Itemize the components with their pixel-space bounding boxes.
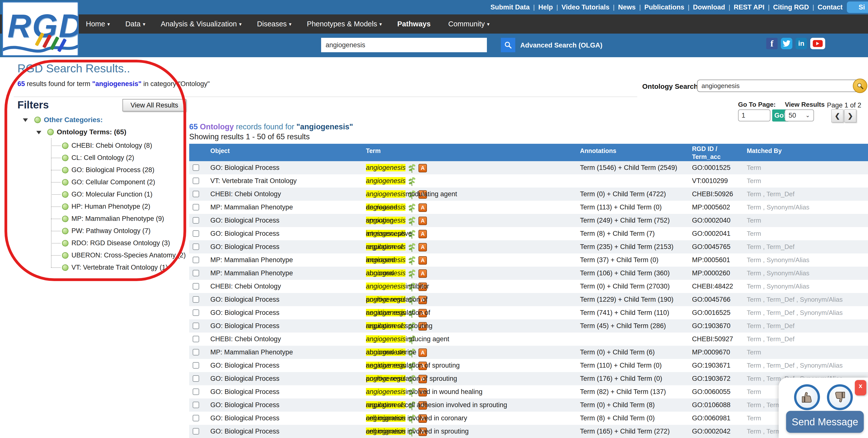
- rgd-id-cell[interactable]: MP:0005601: [692, 254, 730, 267]
- annotations-cell[interactable]: Term (249) + Child Term (752): [580, 214, 670, 227]
- youtube-icon[interactable]: [810, 38, 825, 49]
- annotations-cell[interactable]: Term (176) + Child Term (0): [580, 372, 662, 385]
- row-checkbox[interactable]: [193, 296, 199, 303]
- ontology-browser-icon[interactable]: [407, 242, 416, 252]
- filter-ontology-item[interactable]: CL: Cell Ontology (2): [51, 152, 181, 164]
- rgd-id-cell[interactable]: CHEBI:50927: [692, 333, 733, 346]
- annotations-cell[interactable]: Term (82) + Child Term (137): [580, 385, 666, 399]
- object-cell[interactable]: GO: Biological Process: [210, 161, 280, 174]
- filter-ontology-item[interactable]: MP: Mammalian Phenotype (9): [51, 213, 181, 225]
- row-checkbox[interactable]: [193, 323, 199, 329]
- global-search-input[interactable]: [321, 38, 487, 52]
- object-cell[interactable]: CHEBI: Chebi Ontology: [210, 333, 281, 346]
- object-cell[interactable]: MP: Mammalian Phenotype: [210, 267, 293, 280]
- topbar-link[interactable]: Publications: [644, 3, 684, 11]
- annotations-cell[interactable]: Term (45) + Child Term (286): [580, 319, 666, 333]
- term-cell[interactable]: angiogenesisA: [366, 161, 427, 174]
- sign-in-button[interactable]: Si: [847, 1, 868, 13]
- rgd-id-cell[interactable]: VT:0010299: [692, 174, 728, 188]
- next-page-button[interactable]: ❯: [844, 109, 856, 122]
- term-cell[interactable]: angiogenesisA: [366, 174, 416, 188]
- filter-ontology-item[interactable]: GO: Cellular Component (2): [51, 176, 181, 188]
- ontology-search-input[interactable]: [697, 79, 860, 92]
- object-cell[interactable]: MP: Mammalian Phenotype: [210, 346, 293, 359]
- filter-ontology-item[interactable]: UBERON: Cross-Species Anatomy (2): [51, 249, 181, 261]
- annotations-cell[interactable]: Term (113) + Child Term (0): [580, 201, 662, 214]
- annotations-cell[interactable]: Term (0) + Child Term (6): [580, 346, 655, 359]
- column-header-annotations[interactable]: Annotations: [580, 147, 616, 155]
- term-cell[interactable]: angiogenesis modulating agentA: [366, 188, 427, 201]
- object-cell[interactable]: GO: Biological Process: [210, 227, 280, 240]
- annotations-a-icon[interactable]: A: [418, 269, 427, 278]
- row-checkbox[interactable]: [193, 204, 199, 210]
- row-checkbox[interactable]: [193, 336, 199, 342]
- row-checkbox[interactable]: [193, 309, 199, 316]
- term-cell[interactable]: negative regulation of angiogenesisA: [366, 306, 427, 319]
- annotations-a-icon[interactable]: A: [418, 230, 427, 238]
- prev-page-button[interactable]: ❮: [831, 109, 843, 122]
- row-checkbox[interactable]: [193, 217, 199, 224]
- topbar-link[interactable]: Help: [538, 3, 553, 11]
- term-cell[interactable]: regulation of cell adhesion involved in …: [366, 399, 427, 412]
- rgd-logo[interactable]: RGD: [2, 1, 79, 56]
- annotations-cell[interactable]: Term (110) + Child Term (0): [580, 359, 662, 372]
- term-cell[interactable]: regulation of angiogenesisA: [366, 240, 427, 254]
- annotations-cell[interactable]: Term (165) + Child Term (272): [580, 425, 670, 438]
- rgd-id-cell[interactable]: GO:0106088: [692, 399, 731, 412]
- column-header-term-acc[interactable]: Term_acc: [692, 153, 721, 161]
- object-cell[interactable]: GO: Biological Process: [210, 319, 280, 333]
- annotations-cell[interactable]: Term (106) + Child Term (360): [580, 267, 670, 280]
- term-cell[interactable]: positive regulation of sprouting angioge…: [366, 372, 427, 385]
- row-checkbox[interactable]: [193, 362, 199, 369]
- term-cell[interactable]: angiogenesis inhibitorA: [366, 280, 427, 293]
- object-cell[interactable]: GO: Biological Process: [210, 306, 280, 319]
- annotations-cell[interactable]: Term (235) + Child Term (2153): [580, 240, 673, 254]
- topbar-link[interactable]: Video Tutorials: [562, 3, 610, 11]
- rgd-id-cell[interactable]: GO:0002042: [692, 425, 731, 438]
- ontology-browser-icon[interactable]: [407, 269, 416, 278]
- rgd-id-cell[interactable]: GO:0045766: [692, 293, 731, 306]
- annotations-a-icon[interactable]: A: [418, 348, 427, 357]
- ontology-browser-icon[interactable]: [407, 176, 416, 186]
- annotations-cell[interactable]: Term (1229) + Child Term (190): [580, 293, 673, 306]
- annotations-a-icon[interactable]: A: [418, 164, 427, 172]
- row-checkbox[interactable]: [193, 428, 199, 435]
- annotations-a-icon[interactable]: A: [418, 256, 427, 265]
- filter-ontology-item[interactable]: RDO: RGD Disease Ontology (3): [51, 237, 181, 249]
- row-checkbox[interactable]: [193, 230, 199, 237]
- rgd-id-cell[interactable]: GO:0045765: [692, 240, 731, 254]
- rgd-id-cell[interactable]: MP:0005602: [692, 201, 730, 214]
- rgd-id-cell[interactable]: GO:1903670: [692, 319, 731, 333]
- view-results-select[interactable]: 50 ⌄: [785, 109, 814, 122]
- rgd-id-cell[interactable]: CHEBI:48422: [692, 280, 733, 293]
- object-cell[interactable]: CHEBI: Chebi Ontology: [210, 280, 281, 293]
- term-cell[interactable]: cell migration involved in sprouting ang…: [366, 425, 427, 438]
- topbar-link[interactable]: Citing RGD: [773, 3, 809, 11]
- object-cell[interactable]: GO: Biological Process: [210, 293, 280, 306]
- object-cell[interactable]: GO: Biological Process: [210, 425, 280, 438]
- rgd-id-cell[interactable]: GO:0002040: [692, 214, 731, 227]
- term-cell[interactable]: angiogenesis inducing agentA: [366, 333, 416, 346]
- term-cell[interactable]: intussusceptive angiogenesisA: [366, 227, 427, 240]
- row-checkbox[interactable]: [193, 191, 199, 197]
- nav-item[interactable]: Pathways: [397, 20, 433, 28]
- topbar-link[interactable]: News: [618, 3, 636, 11]
- rgd-id-cell[interactable]: GO:0001525: [692, 161, 731, 174]
- column-header-term[interactable]: Term: [366, 147, 381, 155]
- ontology-browser-icon[interactable]: [407, 203, 416, 213]
- term-cell[interactable]: increased angiogenesisA: [366, 254, 427, 267]
- annotations-cell[interactable]: Term (8) + Child Term (7): [580, 227, 655, 240]
- tree-expand-icon[interactable]: [23, 119, 28, 122]
- column-header-object[interactable]: Object: [210, 147, 230, 155]
- search-button[interactable]: [501, 38, 515, 52]
- filter-ontology-item[interactable]: GO: Molecular Function (1): [51, 188, 181, 200]
- topbar-link[interactable]: Contact: [818, 3, 843, 11]
- object-cell[interactable]: GO: Biological Process: [210, 372, 280, 385]
- close-icon[interactable]: x: [855, 380, 866, 396]
- object-cell[interactable]: GO: Biological Process: [210, 399, 280, 412]
- nav-item[interactable]: Analysis & Visualization ▾: [161, 20, 242, 28]
- rgd-id-cell[interactable]: GO:1903671: [692, 359, 731, 372]
- term-cell[interactable]: sprouting angiogenesisA: [366, 214, 427, 227]
- annotations-a-icon[interactable]: A: [418, 216, 427, 225]
- object-cell[interactable]: GO: Biological Process: [210, 412, 280, 425]
